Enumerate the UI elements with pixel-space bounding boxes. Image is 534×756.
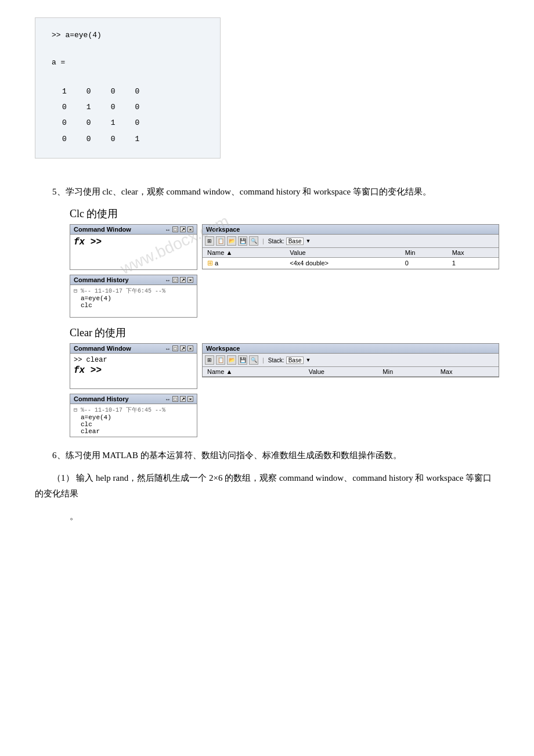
clc-ch-content: ⊟ %-- 11-10-17 下午6:45 --% a=eye(4) clc xyxy=(70,285,197,317)
clear-ch-controls: ↔ □ ↗ × xyxy=(165,396,193,402)
matrix-row: 0001 xyxy=(53,132,149,146)
pin-icon4[interactable]: ↔ xyxy=(165,396,171,402)
close-button[interactable]: × xyxy=(187,226,193,232)
ws-icon5[interactable]: 🔍 xyxy=(249,236,258,246)
clc-ws-title: Workspace xyxy=(206,226,240,233)
ws-col-name2: Name ▲ xyxy=(203,367,304,377)
resize-button2[interactable]: ↗ xyxy=(180,277,186,283)
clc-heading: Clc 的使用 xyxy=(70,207,499,221)
ws-icon9[interactable]: 💾 xyxy=(238,355,247,365)
pin-icon2[interactable]: ↔ xyxy=(165,277,171,283)
clc-ws-titlebar: Workspace xyxy=(203,225,499,235)
ws-table-row: ⊞a <4x4 double> 0 1 xyxy=(203,258,499,269)
fx-prompt2: fx >> xyxy=(74,365,102,376)
clc-cw-controls: ↔ □ ↗ × xyxy=(165,226,193,233)
ws-icon4[interactable]: 💾 xyxy=(238,236,247,246)
clc-ws-table: Name ▲ Value Min Max ⊞a <4x4 double> 0 1 xyxy=(203,248,499,269)
ws-icon6[interactable]: ⊞ xyxy=(205,355,214,365)
ws-col-min2: Min xyxy=(378,367,435,377)
ws-stack-label2: Stack: xyxy=(268,357,284,363)
matrix-row: 0010 xyxy=(53,116,149,130)
clear-cw-controls: ↔ □ ↗ × xyxy=(165,345,193,352)
toolbar-separator: | xyxy=(262,237,264,244)
clear-ch-title: Command History xyxy=(74,395,129,402)
clear-history-line2: clc xyxy=(74,421,193,428)
ws-icon10[interactable]: 🔍 xyxy=(249,355,258,365)
pin-icon[interactable]: ↔ xyxy=(165,226,171,233)
clear-ws-toolbar: ⊞ 📋 📂 💾 🔍 | Stack: Base ▼ xyxy=(203,354,499,367)
pin-icon3[interactable]: ↔ xyxy=(165,345,171,352)
clear-ws-titlebar: Workspace xyxy=(203,344,499,354)
close-button2[interactable]: × xyxy=(187,277,193,283)
clear-command-history: Command History ↔ □ ↗ × ⊟ %-- 11-10-17 下… xyxy=(70,394,197,437)
clear-history-sep: ⊟ %-- 11-10-17 下午6:45 --% xyxy=(74,406,193,414)
clc-ws-table-header: Name ▲ Value Min Max xyxy=(203,248,499,258)
ws-col-value: Value xyxy=(285,248,400,258)
minimize-button3[interactable]: □ xyxy=(172,345,178,351)
clc-history-sep: ⊟ %-- 11-10-17 下午6:45 --% xyxy=(74,287,193,295)
ws-stack-dropdown[interactable]: ▼ xyxy=(305,238,311,244)
clc-history-line2: clc xyxy=(74,302,193,309)
clear-heading: Clear 的使用 xyxy=(70,326,499,340)
clear-history-line1: a=eye(4) xyxy=(74,414,193,421)
clc-ws-toolbar: ⊞ 📋 📂 💾 🔍 | Stack: Base ▼ xyxy=(203,235,499,248)
code-line-a: a = xyxy=(52,56,204,69)
clc-command-window: Command Window ↔ □ ↗ × fx >> xyxy=(70,224,197,270)
matrix-row: 0100 xyxy=(53,100,149,114)
var-name: a xyxy=(215,260,218,267)
matrix-row: 1000 xyxy=(53,84,149,99)
ws-col-max2: Max xyxy=(436,367,499,377)
code-line-blank2 xyxy=(52,69,204,82)
ws-col-max: Max xyxy=(448,248,499,258)
code-block-container: >> a=eye(4) a = 1000 0100 0010 0001 xyxy=(35,17,499,172)
clc-matlab-layout: www.bdocx.com Command Window ↔ □ ↗ × fx … xyxy=(70,224,499,318)
clear-left-column: Command Window ↔ □ ↗ × >> clear fx >> Co… xyxy=(70,343,197,437)
minimize-button2[interactable]: □ xyxy=(172,277,178,283)
section6-sub1: （1） 输入 help rand，然后随机生成一个 2×6 的数组，观察 com… xyxy=(35,470,499,502)
toolbar-separator2: | xyxy=(262,357,264,363)
close-button3[interactable]: × xyxy=(187,345,193,351)
minimize-button[interactable]: □ xyxy=(172,226,178,232)
clear-workspace: Workspace ⊞ 📋 📂 💾 🔍 | Stack: Base ▼ Name… xyxy=(202,343,499,437)
clc-workspace: Workspace ⊞ 📋 📂 💾 🔍 | Stack: Base ▼ Name… xyxy=(202,224,499,318)
clear-matlab-layout: Command Window ↔ □ ↗ × >> clear fx >> Co… xyxy=(70,343,499,437)
clc-command-history: Command History ↔ □ ↗ × ⊟ %-- 11-10-17 下… xyxy=(70,275,197,318)
ws-icon1[interactable]: ⊞ xyxy=(205,236,214,246)
clear-ws-table-header: Name ▲ Value Min Max xyxy=(203,367,499,377)
clear-command-window: Command Window ↔ □ ↗ × >> clear fx >> xyxy=(70,343,197,389)
var-icon: ⊞ xyxy=(207,259,213,267)
section6-intro: 6、练习使用 MATLAB 的基本运算符、数组访问指令、标准数组生成函数和数组操… xyxy=(35,448,499,463)
ws-icon7[interactable]: 📋 xyxy=(216,355,225,365)
clc-ch-titlebar: Command History ↔ □ ↗ × xyxy=(70,275,197,285)
section5-intro: 5、学习使用 clc、clear，观察 command window、comma… xyxy=(35,184,499,200)
minimize-button4[interactable]: □ xyxy=(172,396,178,402)
ws-icon2[interactable]: 📋 xyxy=(216,236,225,246)
clear-cw-titlebar: Command Window ↔ □ ↗ × xyxy=(70,344,197,354)
section6-sub1-period: 。 xyxy=(70,509,499,524)
clc-ch-title: Command History xyxy=(74,276,129,283)
fx-prompt: fx >> xyxy=(74,237,102,247)
clc-workspace-panel: Workspace ⊞ 📋 📂 💾 🔍 | Stack: Base ▼ Name… xyxy=(202,224,499,269)
clear-cw-content: >> clear fx >> xyxy=(70,354,197,388)
resize-button4[interactable]: ↗ xyxy=(180,396,186,402)
matrix-output: 1000 0100 0010 0001 xyxy=(52,83,150,148)
clc-cw-content: fx >> xyxy=(70,235,197,269)
ws-col-min: Min xyxy=(400,248,448,258)
resize-button3[interactable]: ↗ xyxy=(180,345,186,351)
ws-icon3[interactable]: 📂 xyxy=(227,236,236,246)
ws-stack-value[interactable]: Base xyxy=(286,237,304,245)
clear-ch-titlebar: Command History ↔ □ ↗ × xyxy=(70,394,197,404)
clc-command-window-titlebar: Command Window ↔ □ ↗ × xyxy=(70,225,197,235)
ws-stack-value2[interactable]: Base xyxy=(286,357,304,364)
clear-command-line: >> clear xyxy=(74,356,193,365)
ws-col-name: Name ▲ xyxy=(203,248,285,258)
ws-icon8[interactable]: 📂 xyxy=(227,355,236,365)
code-line-blank xyxy=(52,42,204,55)
matlab-code-block: >> a=eye(4) a = 1000 0100 0010 0001 xyxy=(35,17,221,159)
close-button4[interactable]: × xyxy=(187,396,193,402)
clear-ws-table: Name ▲ Value Min Max xyxy=(203,367,499,377)
clear-ch-content: ⊟ %-- 11-10-17 下午6:45 --% a=eye(4) clc c… xyxy=(70,404,197,437)
resize-button[interactable]: ↗ xyxy=(180,226,186,232)
clc-cw-title: Command Window xyxy=(74,226,131,233)
ws-stack-dropdown2[interactable]: ▼ xyxy=(305,357,311,363)
